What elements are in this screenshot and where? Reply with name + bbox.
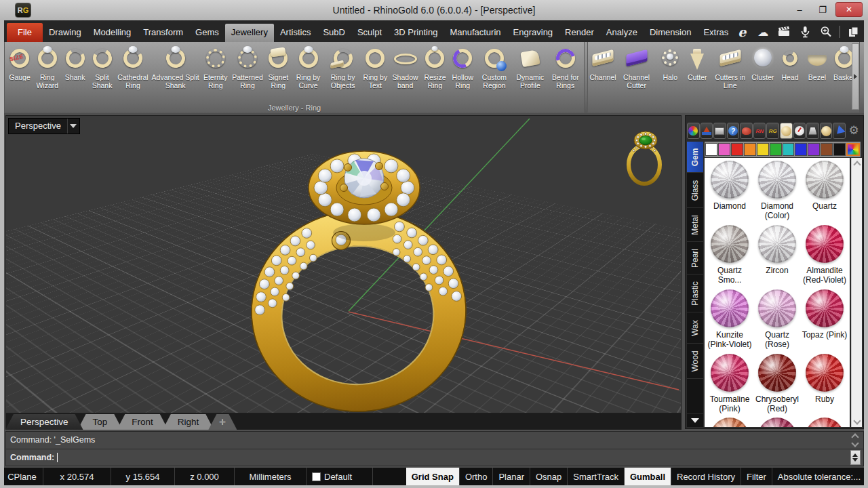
category-tabs-scroll-down[interactable] xyxy=(687,414,703,427)
script-e-icon[interactable]: e xyxy=(734,24,749,39)
ribbon-item-bend-for-rings[interactable]: Bend for Rings xyxy=(549,43,583,102)
command-input-spinner[interactable] xyxy=(848,449,862,466)
ribbon-item-eternity-ring[interactable]: Eternity Ring xyxy=(201,43,231,102)
display-icon[interactable] xyxy=(713,123,726,139)
ribbon-item-shank[interactable]: Shank xyxy=(62,43,89,102)
scroll-down-icon[interactable] xyxy=(852,415,862,427)
ribbon-item-head[interactable]: Head xyxy=(776,43,804,102)
category-tab-glass[interactable]: Glass xyxy=(687,173,703,208)
menu-tab-subd[interactable]: SubD xyxy=(317,24,351,42)
ribbon-item-ring-by-text[interactable]: Ring by Text xyxy=(361,43,389,102)
swatch-blue[interactable] xyxy=(795,143,807,156)
ribbon-item-bezel[interactable]: Bezel xyxy=(804,43,831,102)
menu-tab-transform[interactable]: Transform xyxy=(137,24,189,42)
ribbon-item-split-shank[interactable]: Split Shank xyxy=(89,43,116,102)
zoom-plus-icon[interactable] xyxy=(818,24,833,39)
command-history-row[interactable]: Command: '_SelGems xyxy=(6,432,863,449)
category-tab-wood[interactable]: Wood xyxy=(687,344,703,379)
menu-tab-sculpt[interactable]: Sculpt xyxy=(351,24,388,42)
status-toggle-ortho[interactable]: Ortho xyxy=(460,468,494,485)
gear-icon[interactable]: ⚙ xyxy=(847,123,861,138)
ribbon-item-custom-region[interactable]: Custom Region xyxy=(477,43,513,102)
gem-item-zircon[interactable]: Zircon xyxy=(753,225,801,285)
category-tab-metal[interactable]: Metal xyxy=(687,208,703,242)
menu-tab-3d-printing[interactable]: 3D Printing xyxy=(388,24,443,42)
viewport-tab-right[interactable]: Right xyxy=(163,414,214,430)
menu-tab-gems[interactable]: Gems xyxy=(189,24,225,42)
category-tab-plastic[interactable]: Plastic xyxy=(687,274,703,312)
secondary-ring-object[interactable] xyxy=(620,127,669,189)
swatch-white[interactable] xyxy=(705,143,717,156)
ribbon-item-patterned-ring[interactable]: Patterned Ring xyxy=(231,43,265,102)
gem-item-quartz-rose[interactable]: Quartz (Rose) xyxy=(753,289,801,349)
ribbon-item-halo[interactable]: Halo xyxy=(656,43,684,102)
gem-item-chrysoberyl-red[interactable]: Chrysoberyl (Red) xyxy=(753,354,801,413)
gem-item-kunzite[interactable]: Kunzite (Pink-Violet) xyxy=(706,289,753,349)
swatch-black[interactable] xyxy=(833,143,846,156)
ribbon-item-cathedral-ring[interactable]: Cathedral Ring xyxy=(116,43,151,102)
menu-tab-manufacturing[interactable]: Manufacturin xyxy=(443,24,507,42)
gem-item-topaz-pink[interactable]: Topaz (Pink) xyxy=(801,289,848,349)
swatch-brown[interactable] xyxy=(821,143,833,156)
ribbon-item-cutters-in-line[interactable]: Cutters in Line xyxy=(711,43,749,102)
gem-materials-icon[interactable] xyxy=(780,123,793,139)
ribbon-item-shadow-band[interactable]: Shadow band xyxy=(389,43,421,102)
chevron-down-icon[interactable] xyxy=(67,119,79,134)
viewport-tab-perspective[interactable]: Perspective xyxy=(5,414,83,430)
category-tab-wax[interactable]: Wax xyxy=(687,312,703,344)
viewport-perspective[interactable]: Perspective xyxy=(5,115,682,413)
ribbon-scrollbar[interactable] xyxy=(852,43,859,110)
rhino-gold-icon[interactable]: RG xyxy=(766,123,779,139)
menu-tab-engraving[interactable]: Engraving xyxy=(507,24,559,42)
swatch-yellow[interactable] xyxy=(757,143,769,156)
menu-tab-dimension[interactable]: Dimension xyxy=(644,24,697,42)
status-toggle-gumball[interactable]: Gumball xyxy=(625,468,671,485)
status-toggle-osnap[interactable]: Osnap xyxy=(530,468,568,485)
ribbon-item-signet-ring[interactable]: Signet Ring xyxy=(264,43,292,102)
weight-calculator-icon[interactable] xyxy=(806,123,819,139)
status-toggle-grid-snap[interactable]: Grid Snap xyxy=(406,468,460,485)
gem-item-quartz[interactable]: Quartz xyxy=(801,161,848,220)
gem-item-diamond[interactable]: Diamond xyxy=(706,161,753,220)
material-cone-icon[interactable] xyxy=(701,123,713,139)
menu-tab-jewellery[interactable]: Jewellery xyxy=(225,24,274,42)
ribbon-item-ring-by-curve[interactable]: Ring by Curve xyxy=(292,43,324,102)
ribbon-item-cluster[interactable]: Cluster xyxy=(749,43,776,102)
viewport-tab-front[interactable]: Front xyxy=(117,414,168,430)
menu-tab-file[interactable]: File xyxy=(7,23,43,42)
category-tab-gem[interactable]: Gem xyxy=(687,142,703,173)
ribbon-item-ring-by-objects[interactable]: Ring by Objects xyxy=(325,43,361,102)
viewport-title-dropdown[interactable]: Perspective xyxy=(8,118,80,134)
menu-tab-render[interactable]: Render xyxy=(559,24,600,42)
help-icon[interactable]: ? xyxy=(727,123,740,139)
menu-tab-artistics[interactable]: Artistics xyxy=(274,24,317,42)
metal-materials-icon[interactable] xyxy=(820,123,833,139)
ribbon-item-ring-wizard[interactable]: Ring Wizard xyxy=(33,43,62,102)
status-toggle-record-history[interactable]: Record History xyxy=(671,468,741,485)
status-toggle-smarttrack[interactable]: SmartTrack xyxy=(568,468,625,485)
category-tab-pearl[interactable]: Pearl xyxy=(687,242,703,274)
close-button[interactable]: ✕ xyxy=(835,2,863,17)
swatch-pink[interactable] xyxy=(718,143,730,156)
rhino-nature-icon[interactable]: RN xyxy=(753,123,766,139)
gem-thumbnail[interactable] xyxy=(711,418,749,427)
gem-item-almandite[interactable]: Almandite (Red-Violet) xyxy=(801,225,848,285)
swatch-orange[interactable] xyxy=(744,143,756,156)
status-layer[interactable]: Default xyxy=(307,468,373,485)
menu-tab-modelling[interactable]: Modelling xyxy=(87,24,138,42)
menu-tab-analyze[interactable]: Analyze xyxy=(600,24,644,42)
gem-item-quartz-smoky[interactable]: Quartz Smo... xyxy=(706,225,753,285)
clapperboard-icon[interactable] xyxy=(776,24,791,39)
ribbon-item-cutter[interactable]: Cutter xyxy=(684,43,711,102)
ribbon-item-hollow-ring[interactable]: Hollow Ring xyxy=(449,43,477,102)
ribbon-item-channel[interactable]: Channel xyxy=(589,43,616,102)
gem-item-tourmaline-pink[interactable]: Tourmaline (Pink) xyxy=(706,354,753,413)
ribbon-item-gauge[interactable]: SIZEGauge xyxy=(6,43,33,102)
gem-thumbnail[interactable] xyxy=(806,418,844,427)
menu-tab-drawing[interactable]: Drawing xyxy=(43,24,87,42)
minimize-button[interactable]: – xyxy=(789,2,810,17)
copy-icon[interactable] xyxy=(846,24,861,39)
gem-item-ruby[interactable]: Ruby xyxy=(801,354,848,413)
status-absolute-tolerance[interactable]: Absolute tolerance:... xyxy=(772,468,867,485)
clay-render-icon[interactable] xyxy=(740,123,753,139)
